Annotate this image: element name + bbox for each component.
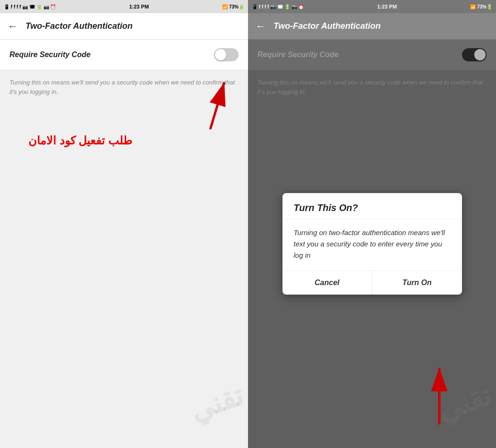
dialog-body: Turning on two-factor authentication mea… — [282, 220, 462, 270]
right-phone-panel: 📱 f f f f 📷 ☎ 🔋 📷 ⏰ 1:23 PM 📶 73%🔋 ← Two… — [248, 0, 496, 448]
right-status-time: 1:23 PM — [377, 4, 397, 9]
right-signal-strength: 📶 73%🔋 — [470, 4, 492, 9]
right-content-area: Require Security Code Turning this on me… — [248, 40, 496, 448]
turn-on-dialog: Turn This On? Turning on two-factor auth… — [282, 193, 462, 295]
left-status-icons: 📱 f f f f 📷 ☎ 🔋 📷 ⏰ — [4, 4, 56, 9]
right-header: ← Two-Factor Authentication — [248, 13, 496, 40]
left-toggle-switch[interactable] — [214, 48, 239, 61]
right-back-button[interactable]: ← — [256, 20, 266, 33]
dialog-overlay: Turn This On? Turning on two-factor auth… — [248, 40, 496, 448]
left-notification-icons: 📱 f f f f 📷 ☎ 🔋 📷 ⏰ — [4, 4, 56, 9]
left-watermark: تقني — [185, 378, 247, 428]
left-toggle-thumb — [215, 49, 226, 60]
right-notification-icons: 📱 f f f f 📷 ☎ 🔋 📷 ⏰ — [252, 4, 304, 9]
turn-on-button[interactable]: Turn On — [372, 271, 462, 295]
arabic-annotation: طلب تفعيل كود الامان — [28, 134, 132, 147]
left-page-title: Two-Factor Authentication — [26, 21, 133, 31]
left-phone-panel: 📱 f f f f 📷 ☎ 🔋 📷 ⏰ 1:23 PM 📶 73%🔋 ← Two… — [0, 0, 248, 448]
left-content-area: Require Security Code Turning this on me… — [0, 40, 248, 448]
dialog-title: Turn This On? — [282, 193, 462, 220]
dialog-buttons: Cancel Turn On — [282, 270, 462, 295]
left-signal-strength: 📶 73%🔋 — [222, 4, 244, 9]
left-status-time: 1:23 PM — [129, 4, 149, 9]
left-signal-icons: 📶 73%🔋 — [222, 4, 244, 9]
right-signal-icons: 📶 73%🔋 — [470, 4, 492, 9]
left-status-bar: 📱 f f f f 📷 ☎ 🔋 📷 ⏰ 1:23 PM 📶 73%🔋 — [0, 0, 248, 13]
right-status-icons: 📱 f f f f 📷 ☎ 🔋 📷 ⏰ — [252, 4, 304, 9]
left-setting-label: Require Security Code — [9, 51, 91, 59]
cancel-button[interactable]: Cancel — [282, 271, 373, 295]
left-header: ← Two-Factor Authentication — [0, 13, 248, 40]
right-page-title: Two-Factor Authentication — [274, 21, 381, 31]
right-status-bar: 📱 f f f f 📷 ☎ 🔋 📷 ⏰ 1:23 PM 📶 73%🔋 — [248, 0, 496, 13]
left-description: Turning this on means we'll send you a s… — [0, 70, 248, 104]
left-setting-row: Require Security Code — [0, 40, 248, 70]
left-back-button[interactable]: ← — [8, 20, 18, 33]
